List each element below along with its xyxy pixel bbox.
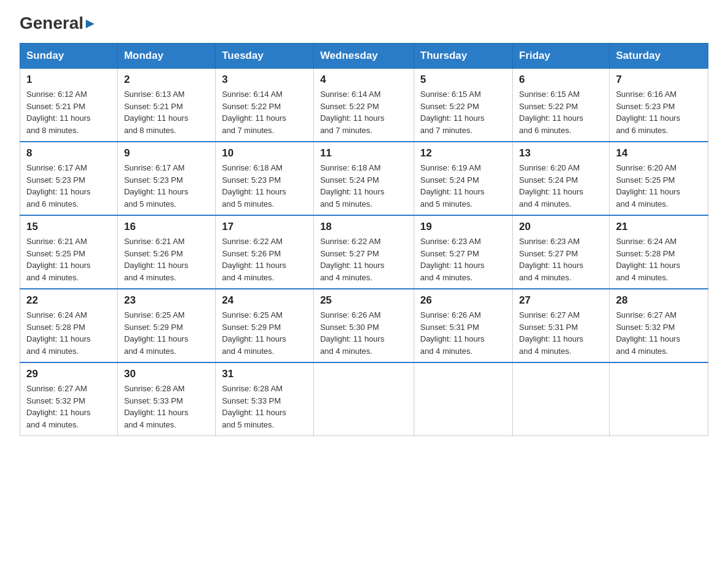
calendar-cell bbox=[513, 362, 610, 436]
calendar-header-row: SundayMondayTuesdayWednesdayThursdayFrid… bbox=[20, 44, 708, 69]
calendar-cell: 26Sunrise: 6:26 AMSunset: 5:31 PMDayligh… bbox=[414, 289, 512, 362]
calendar-cell: 20Sunrise: 6:23 AMSunset: 5:27 PMDayligh… bbox=[513, 215, 610, 289]
column-header-saturday: Saturday bbox=[610, 44, 708, 69]
day-info: Sunrise: 6:18 AMSunset: 5:23 PMDaylight:… bbox=[222, 162, 307, 210]
calendar-week-row: 22Sunrise: 6:24 AMSunset: 5:28 PMDayligh… bbox=[20, 289, 708, 362]
calendar-cell: 10Sunrise: 6:18 AMSunset: 5:23 PMDayligh… bbox=[216, 142, 314, 215]
calendar-cell bbox=[610, 362, 708, 436]
day-info: Sunrise: 6:16 AMSunset: 5:23 PMDaylight:… bbox=[616, 88, 702, 136]
calendar-cell: 27Sunrise: 6:27 AMSunset: 5:31 PMDayligh… bbox=[513, 289, 610, 362]
day-number: 11 bbox=[320, 147, 407, 159]
day-info: Sunrise: 6:28 AMSunset: 5:33 PMDaylight:… bbox=[124, 383, 209, 431]
column-header-tuesday: Tuesday bbox=[216, 44, 314, 69]
calendar-cell: 30Sunrise: 6:28 AMSunset: 5:33 PMDayligh… bbox=[118, 362, 216, 436]
column-header-wednesday: Wednesday bbox=[314, 44, 414, 69]
day-number: 4 bbox=[320, 74, 407, 86]
calendar-cell: 25Sunrise: 6:26 AMSunset: 5:30 PMDayligh… bbox=[314, 289, 414, 362]
day-number: 24 bbox=[222, 294, 307, 307]
day-info: Sunrise: 6:27 AMSunset: 5:32 PMDaylight:… bbox=[616, 309, 702, 357]
calendar-week-row: 1Sunrise: 6:12 AMSunset: 5:21 PMDaylight… bbox=[20, 69, 708, 142]
day-number: 12 bbox=[420, 147, 506, 159]
day-info: Sunrise: 6:25 AMSunset: 5:29 PMDaylight:… bbox=[124, 309, 209, 357]
day-number: 14 bbox=[616, 147, 702, 159]
day-number: 1 bbox=[26, 74, 111, 86]
calendar-week-row: 8Sunrise: 6:17 AMSunset: 5:23 PMDaylight… bbox=[20, 142, 708, 215]
calendar-cell: 21Sunrise: 6:24 AMSunset: 5:28 PMDayligh… bbox=[610, 215, 708, 289]
column-header-monday: Monday bbox=[118, 44, 216, 69]
calendar-cell: 19Sunrise: 6:23 AMSunset: 5:27 PMDayligh… bbox=[414, 215, 512, 289]
calendar-cell: 11Sunrise: 6:18 AMSunset: 5:24 PMDayligh… bbox=[314, 142, 414, 215]
day-info: Sunrise: 6:17 AMSunset: 5:23 PMDaylight:… bbox=[124, 162, 209, 210]
day-info: Sunrise: 6:23 AMSunset: 5:27 PMDaylight:… bbox=[420, 236, 506, 283]
calendar-cell: 29Sunrise: 6:27 AMSunset: 5:32 PMDayligh… bbox=[20, 362, 118, 436]
day-info: Sunrise: 6:24 AMSunset: 5:28 PMDaylight:… bbox=[616, 236, 702, 283]
calendar-cell: 3Sunrise: 6:14 AMSunset: 5:22 PMDaylight… bbox=[216, 69, 314, 142]
day-info: Sunrise: 6:21 AMSunset: 5:26 PMDaylight:… bbox=[124, 236, 209, 283]
day-number: 5 bbox=[420, 74, 506, 86]
calendar-cell: 24Sunrise: 6:25 AMSunset: 5:29 PMDayligh… bbox=[216, 289, 314, 362]
calendar-cell: 1Sunrise: 6:12 AMSunset: 5:21 PMDaylight… bbox=[20, 69, 118, 142]
day-info: Sunrise: 6:18 AMSunset: 5:24 PMDaylight:… bbox=[320, 162, 407, 210]
day-info: Sunrise: 6:26 AMSunset: 5:31 PMDaylight:… bbox=[420, 309, 506, 357]
day-number: 26 bbox=[420, 294, 506, 307]
calendar-cell: 12Sunrise: 6:19 AMSunset: 5:24 PMDayligh… bbox=[414, 142, 512, 215]
column-header-sunday: Sunday bbox=[20, 44, 118, 69]
day-info: Sunrise: 6:12 AMSunset: 5:21 PMDaylight:… bbox=[26, 88, 111, 136]
day-info: Sunrise: 6:20 AMSunset: 5:25 PMDaylight:… bbox=[616, 162, 702, 210]
calendar-cell: 9Sunrise: 6:17 AMSunset: 5:23 PMDaylight… bbox=[118, 142, 216, 215]
day-number: 3 bbox=[222, 74, 307, 86]
column-header-thursday: Thursday bbox=[414, 44, 512, 69]
day-info: Sunrise: 6:25 AMSunset: 5:29 PMDaylight:… bbox=[222, 309, 307, 357]
column-header-friday: Friday bbox=[513, 44, 610, 69]
day-info: Sunrise: 6:19 AMSunset: 5:24 PMDaylight:… bbox=[420, 162, 506, 210]
day-info: Sunrise: 6:15 AMSunset: 5:22 PMDaylight:… bbox=[519, 88, 603, 136]
calendar-table: SundayMondayTuesdayWednesdayThursdayFrid… bbox=[20, 43, 708, 436]
calendar-cell: 17Sunrise: 6:22 AMSunset: 5:26 PMDayligh… bbox=[216, 215, 314, 289]
calendar-cell: 13Sunrise: 6:20 AMSunset: 5:24 PMDayligh… bbox=[513, 142, 610, 215]
day-number: 13 bbox=[519, 147, 603, 159]
day-info: Sunrise: 6:14 AMSunset: 5:22 PMDaylight:… bbox=[222, 88, 307, 136]
day-number: 19 bbox=[420, 221, 506, 233]
calendar-week-row: 29Sunrise: 6:27 AMSunset: 5:32 PMDayligh… bbox=[20, 362, 708, 436]
day-number: 31 bbox=[222, 368, 307, 380]
day-number: 22 bbox=[26, 294, 111, 307]
day-number: 7 bbox=[616, 74, 702, 86]
day-number: 28 bbox=[616, 294, 702, 307]
day-number: 9 bbox=[124, 147, 209, 159]
day-info: Sunrise: 6:23 AMSunset: 5:27 PMDaylight:… bbox=[519, 236, 603, 283]
calendar-cell bbox=[314, 362, 414, 436]
day-number: 15 bbox=[26, 221, 111, 233]
calendar-cell: 15Sunrise: 6:21 AMSunset: 5:25 PMDayligh… bbox=[20, 215, 118, 289]
calendar-cell: 6Sunrise: 6:15 AMSunset: 5:22 PMDaylight… bbox=[513, 69, 610, 142]
day-number: 2 bbox=[124, 74, 209, 86]
day-info: Sunrise: 6:27 AMSunset: 5:32 PMDaylight:… bbox=[26, 383, 111, 431]
day-number: 27 bbox=[519, 294, 603, 307]
day-number: 6 bbox=[519, 74, 603, 86]
calendar-cell: 23Sunrise: 6:25 AMSunset: 5:29 PMDayligh… bbox=[118, 289, 216, 362]
calendar-cell bbox=[414, 362, 512, 436]
day-number: 29 bbox=[26, 368, 111, 380]
calendar-cell: 22Sunrise: 6:24 AMSunset: 5:28 PMDayligh… bbox=[20, 289, 118, 362]
day-number: 30 bbox=[124, 368, 209, 380]
calendar-cell: 4Sunrise: 6:14 AMSunset: 5:22 PMDaylight… bbox=[314, 69, 414, 142]
logo-arrow-icon bbox=[85, 18, 96, 29]
logo: General bbox=[20, 15, 96, 31]
day-number: 23 bbox=[124, 294, 209, 307]
svg-marker-0 bbox=[86, 20, 94, 28]
day-number: 16 bbox=[124, 221, 209, 233]
day-number: 18 bbox=[320, 221, 407, 233]
calendar-cell: 16Sunrise: 6:21 AMSunset: 5:26 PMDayligh… bbox=[118, 215, 216, 289]
calendar-cell: 8Sunrise: 6:17 AMSunset: 5:23 PMDaylight… bbox=[20, 142, 118, 215]
day-number: 21 bbox=[616, 221, 702, 233]
day-info: Sunrise: 6:17 AMSunset: 5:23 PMDaylight:… bbox=[26, 162, 111, 210]
day-info: Sunrise: 6:20 AMSunset: 5:24 PMDaylight:… bbox=[519, 162, 603, 210]
day-info: Sunrise: 6:27 AMSunset: 5:31 PMDaylight:… bbox=[519, 309, 603, 357]
day-number: 10 bbox=[222, 147, 307, 159]
day-info: Sunrise: 6:26 AMSunset: 5:30 PMDaylight:… bbox=[320, 309, 407, 357]
day-number: 25 bbox=[320, 294, 407, 307]
day-number: 8 bbox=[26, 147, 111, 159]
day-info: Sunrise: 6:13 AMSunset: 5:21 PMDaylight:… bbox=[124, 88, 209, 136]
calendar-cell: 28Sunrise: 6:27 AMSunset: 5:32 PMDayligh… bbox=[610, 289, 708, 362]
day-number: 20 bbox=[519, 221, 603, 233]
calendar-cell: 7Sunrise: 6:16 AMSunset: 5:23 PMDaylight… bbox=[610, 69, 708, 142]
